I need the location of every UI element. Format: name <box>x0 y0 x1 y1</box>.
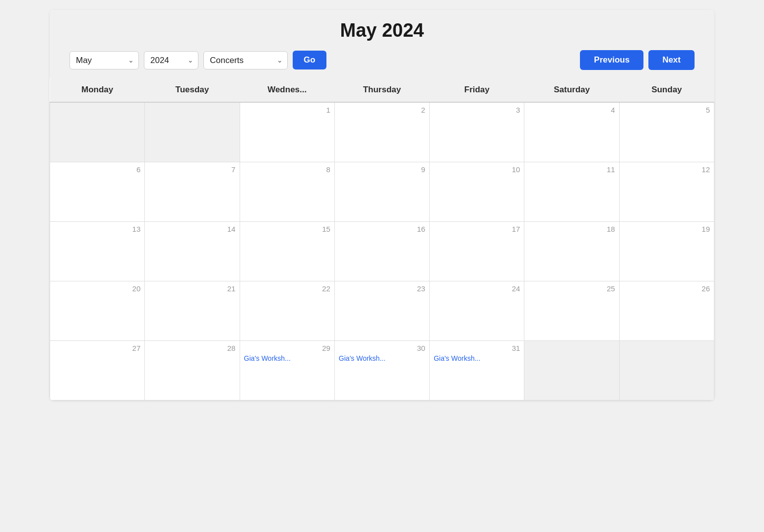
day-number: 16 <box>339 225 425 233</box>
calendar-week-row: 272829Gia's Worksh...30Gia's Worksh...31… <box>50 340 714 400</box>
calendar-day-cell[interactable]: 29Gia's Worksh... <box>240 340 334 400</box>
calendar-day-cell[interactable]: 4 <box>524 102 619 162</box>
calendar-day-cell[interactable]: 11 <box>524 162 619 221</box>
calendar-day-cell[interactable]: 22 <box>240 281 334 340</box>
day-number: 17 <box>434 225 520 233</box>
day-number: 1 <box>244 106 330 114</box>
calendar-header: May 2024 JanuaryFebruaryMarchAprilMayJun… <box>50 10 714 78</box>
calendar-day-cell[interactable]: 13 <box>50 221 145 281</box>
weekday-header-row: MondayTuesdayWednes...ThursdayFridaySatu… <box>50 78 714 102</box>
day-number: 12 <box>624 165 710 174</box>
weekday-header: Sunday <box>619 78 714 102</box>
previous-button[interactable]: Previous <box>580 50 643 70</box>
calendar-day-cell[interactable]: 1 <box>240 102 334 162</box>
day-number: 10 <box>434 165 520 174</box>
calendar-day-cell[interactable]: 15 <box>240 221 334 281</box>
calendar-title: May 2024 <box>69 20 695 41</box>
calendar-week-row: 20212223242526 <box>50 281 714 340</box>
calendar-day-cell[interactable]: 6 <box>50 162 145 221</box>
calendar-day-cell[interactable]: 20 <box>50 281 145 340</box>
event-item[interactable]: Gia's Worksh... <box>244 354 330 362</box>
weekday-header: Friday <box>430 78 524 102</box>
day-number: 23 <box>339 284 425 293</box>
calendar-day-cell[interactable]: 18 <box>524 221 619 281</box>
calendar-week-row: 12345 <box>50 102 714 162</box>
weekday-header: Monday <box>50 78 145 102</box>
calendar-grid: MondayTuesdayWednes...ThursdayFridaySatu… <box>50 78 714 400</box>
day-number: 2 <box>339 106 425 114</box>
calendar-day-cell[interactable]: 21 <box>145 281 240 340</box>
calendar-day-cell[interactable]: 30Gia's Worksh... <box>334 340 429 400</box>
calendar-day-cell[interactable] <box>145 102 240 162</box>
calendar-day-cell[interactable]: 2 <box>334 102 429 162</box>
controls-row: JanuaryFebruaryMarchAprilMayJuneJulyAugu… <box>69 50 695 70</box>
weekday-header: Saturday <box>524 78 619 102</box>
event-item[interactable]: Gia's Worksh... <box>434 354 520 362</box>
calendar-day-cell[interactable]: 3 <box>430 102 524 162</box>
calendar-day-cell[interactable]: 10 <box>430 162 524 221</box>
calendar-day-cell[interactable]: 17 <box>430 221 524 281</box>
calendar-day-cell[interactable]: 12 <box>619 162 714 221</box>
calendar-day-cell[interactable] <box>50 102 145 162</box>
event-item[interactable]: Gia's Worksh... <box>339 354 425 362</box>
calendar-week-row: 6789101112 <box>50 162 714 221</box>
day-number: 8 <box>244 165 330 174</box>
weekday-header: Wednes... <box>240 78 334 102</box>
day-number: 3 <box>434 106 520 114</box>
nav-buttons: Previous Next <box>580 50 695 70</box>
day-number: 19 <box>624 225 710 233</box>
day-number: 27 <box>54 344 140 352</box>
calendar-day-cell[interactable]: 25 <box>524 281 619 340</box>
month-select-wrapper: JanuaryFebruaryMarchAprilMayJuneJulyAugu… <box>69 51 139 69</box>
day-number: 25 <box>528 284 615 293</box>
day-number: 9 <box>339 165 425 174</box>
category-select[interactable]: All EventsConcertsSportsTheaterOther <box>203 51 288 69</box>
go-button[interactable]: Go <box>293 51 326 69</box>
day-number: 22 <box>244 284 330 293</box>
day-number: 14 <box>149 225 235 233</box>
calendar-day-cell[interactable]: 5 <box>619 102 714 162</box>
day-number: 31 <box>434 344 520 352</box>
calendar-day-cell[interactable]: 24 <box>430 281 524 340</box>
calendar-day-cell[interactable]: 28 <box>145 340 240 400</box>
day-number: 7 <box>149 165 235 174</box>
day-number: 24 <box>434 284 520 293</box>
day-number: 26 <box>624 284 710 293</box>
day-number: 20 <box>54 284 140 293</box>
month-select[interactable]: JanuaryFebruaryMarchAprilMayJuneJulyAugu… <box>69 51 139 69</box>
category-select-wrapper: All EventsConcertsSportsTheaterOther ⌄ <box>203 51 288 69</box>
calendar-day-cell[interactable]: 31Gia's Worksh... <box>430 340 524 400</box>
year-select-wrapper: 20222023202420252026 ⌄ <box>144 51 198 69</box>
day-number: 30 <box>339 344 425 352</box>
calendar-week-row: 13141516171819 <box>50 221 714 281</box>
day-number: 5 <box>624 106 710 114</box>
calendar-day-cell[interactable] <box>619 340 714 400</box>
calendar-day-cell[interactable]: 14 <box>145 221 240 281</box>
calendar-thead: MondayTuesdayWednes...ThursdayFridaySatu… <box>50 78 714 102</box>
calendar-day-cell[interactable]: 23 <box>334 281 429 340</box>
day-number: 13 <box>54 225 140 233</box>
day-number: 6 <box>54 165 140 174</box>
weekday-header: Thursday <box>334 78 429 102</box>
weekday-header: Tuesday <box>145 78 240 102</box>
calendar-day-cell[interactable]: 19 <box>619 221 714 281</box>
calendar-container: May 2024 JanuaryFebruaryMarchAprilMayJun… <box>50 10 714 400</box>
calendar-day-cell[interactable]: 9 <box>334 162 429 221</box>
day-number: 15 <box>244 225 330 233</box>
calendar-day-cell[interactable]: 8 <box>240 162 334 221</box>
calendar-day-cell[interactable] <box>524 340 619 400</box>
calendar-day-cell[interactable]: 16 <box>334 221 429 281</box>
day-number: 29 <box>244 344 330 352</box>
calendar-day-cell[interactable]: 7 <box>145 162 240 221</box>
year-select[interactable]: 20222023202420252026 <box>144 51 198 69</box>
calendar-tbody: 1234567891011121314151617181920212223242… <box>50 102 714 400</box>
day-number: 11 <box>528 165 615 174</box>
next-button[interactable]: Next <box>648 50 695 70</box>
day-number: 28 <box>149 344 235 352</box>
calendar-day-cell[interactable]: 26 <box>619 281 714 340</box>
day-number: 18 <box>528 225 615 233</box>
day-number: 4 <box>528 106 615 114</box>
day-number: 21 <box>149 284 235 293</box>
calendar-day-cell[interactable]: 27 <box>50 340 145 400</box>
